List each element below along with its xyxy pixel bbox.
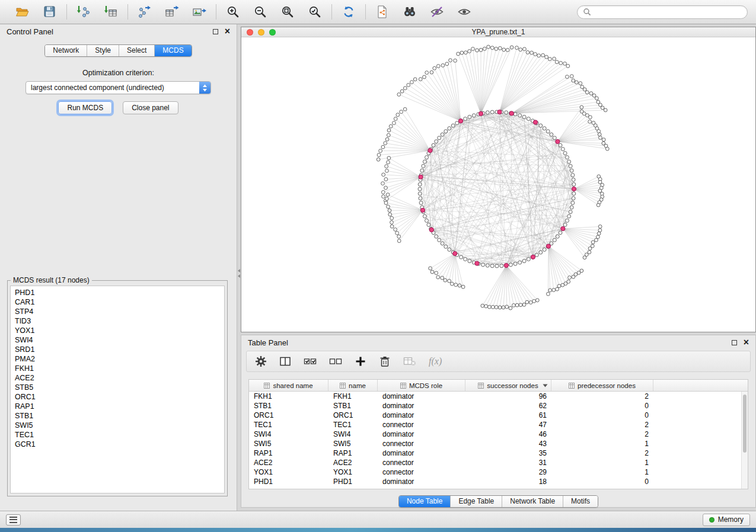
mcds-result-item[interactable]: ORC1 (11, 392, 224, 402)
delete-row-button[interactable] (379, 355, 391, 367)
network-node[interactable] (479, 48, 483, 52)
export-table-button[interactable] (163, 3, 181, 21)
save-session-button[interactable] (41, 3, 59, 21)
table-scrollbar[interactable] (741, 392, 748, 489)
network-node[interactable] (550, 133, 553, 136)
network-node[interactable] (519, 303, 522, 307)
network-node[interactable] (599, 103, 602, 107)
network-node[interactable] (393, 121, 396, 125)
mcds-node[interactable] (572, 187, 576, 191)
network-node[interactable] (451, 124, 455, 127)
network-node[interactable] (597, 232, 601, 235)
table-row[interactable]: ORC1ORC1dominator610 (249, 411, 741, 420)
network-node[interactable] (579, 82, 582, 85)
network-node[interactable] (509, 306, 512, 310)
network-node[interactable] (420, 169, 424, 172)
network-node[interactable] (457, 52, 460, 56)
network-node[interactable] (505, 305, 509, 309)
network-node[interactable] (438, 238, 441, 242)
network-node[interactable] (490, 264, 494, 268)
search-network-button[interactable] (401, 3, 419, 21)
network-node[interactable] (454, 283, 458, 287)
delete-table-button[interactable] (403, 355, 416, 367)
network-node[interactable] (568, 276, 572, 280)
network-node[interactable] (512, 304, 515, 307)
table-row[interactable]: STB1STB1dominator620 (249, 401, 741, 411)
network-node[interactable] (490, 110, 494, 114)
network-node[interactable] (518, 261, 522, 264)
network-node[interactable] (509, 263, 512, 267)
network-node[interactable] (527, 117, 530, 121)
network-node[interactable] (430, 270, 434, 274)
column-header-predecessor-nodes[interactable]: predecessor nodes (551, 380, 653, 391)
network-node[interactable] (566, 219, 569, 222)
mcds-result-item[interactable]: GCR1 (11, 440, 224, 449)
network-node[interactable] (589, 116, 592, 119)
network-node[interactable] (472, 114, 476, 117)
network-node[interactable] (450, 282, 454, 286)
table-row[interactable]: PHD1PHD1dominator180 (249, 477, 741, 486)
network-node[interactable] (589, 92, 593, 95)
mcds-result-list[interactable]: PHD1CAR1STP4TID3YOX1SWI4SRD1PMA2FKH1ACE2… (10, 286, 225, 493)
network-node[interactable] (527, 258, 530, 261)
network-node[interactable] (486, 264, 489, 267)
network-node[interactable] (539, 124, 543, 127)
table-row[interactable]: YOX1YOX1connector291 (249, 467, 741, 477)
run-mcds-button[interactable]: Run MCDS (58, 101, 112, 114)
network-node[interactable] (525, 300, 529, 304)
network-node[interactable] (387, 205, 390, 209)
mcds-node[interactable] (556, 139, 560, 143)
mcds-result-item[interactable]: ACE2 (11, 373, 224, 383)
network-node[interactable] (561, 148, 564, 151)
network-node[interactable] (541, 53, 545, 57)
network-node[interactable] (418, 192, 422, 196)
network-node[interactable] (567, 160, 571, 164)
mcds-node[interactable] (504, 263, 508, 267)
mcds-node[interactable] (475, 261, 479, 265)
network-node[interactable] (395, 232, 399, 235)
mcds-node[interactable] (546, 244, 550, 248)
mcds-result-item[interactable]: STB1 (11, 411, 224, 421)
network-node[interactable] (592, 94, 596, 97)
network-node[interactable] (500, 264, 503, 268)
network-node[interactable] (563, 62, 567, 66)
network-node[interactable] (585, 91, 589, 94)
network-node[interactable] (394, 117, 397, 121)
network-node[interactable] (534, 53, 537, 56)
network-node[interactable] (572, 275, 575, 278)
show-columns-button[interactable] (279, 355, 291, 367)
network-node[interactable] (471, 47, 475, 51)
network-node[interactable] (382, 195, 385, 198)
share-document-button[interactable] (374, 3, 391, 21)
export-network-button[interactable] (136, 3, 154, 21)
network-node[interactable] (461, 285, 465, 289)
network-node[interactable] (570, 75, 573, 78)
network-node[interactable] (561, 283, 564, 287)
network-node[interactable] (410, 81, 414, 84)
maximize-window-icon[interactable] (269, 29, 276, 36)
network-node[interactable] (537, 54, 541, 57)
network-node[interactable] (379, 149, 382, 153)
mcds-result-item[interactable]: STB5 (11, 383, 224, 392)
network-node[interactable] (556, 287, 559, 291)
network-node[interactable] (575, 81, 578, 84)
network-node[interactable] (547, 292, 550, 296)
network-node[interactable] (385, 169, 389, 172)
network-node[interactable] (526, 51, 529, 55)
network-node[interactable] (425, 219, 429, 222)
network-node[interactable] (598, 229, 602, 232)
network-node[interactable] (596, 203, 600, 207)
select-all-button[interactable] (304, 355, 317, 367)
network-node[interactable] (419, 197, 422, 200)
network-node[interactable] (513, 113, 517, 116)
network-node[interactable] (448, 279, 451, 283)
column-header-mcds-role[interactable]: MCDS role (378, 380, 465, 391)
network-node[interactable] (588, 247, 592, 251)
network-node[interactable] (495, 306, 498, 309)
network-node[interactable] (418, 187, 422, 191)
network-node[interactable] (559, 143, 562, 147)
network-node[interactable] (535, 253, 538, 257)
network-node[interactable] (545, 55, 548, 59)
network-node[interactable] (384, 178, 388, 181)
network-node[interactable] (394, 228, 397, 232)
